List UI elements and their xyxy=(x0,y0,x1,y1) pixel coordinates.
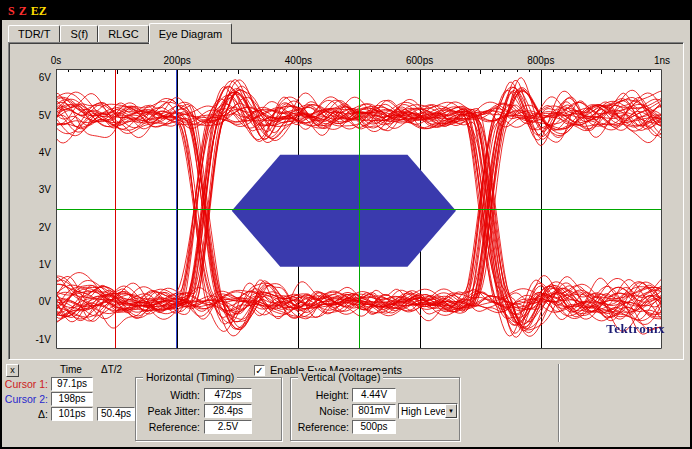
delta-half-value: 50.4ps xyxy=(97,407,135,421)
logo-z-icon: Z xyxy=(19,4,27,18)
logo-s-icon: S xyxy=(8,4,15,18)
y-axis-label: -1V xyxy=(17,334,51,345)
h-reference-label: Reference: xyxy=(138,421,200,433)
tab-s-f[interactable]: S(f) xyxy=(60,25,98,42)
y-axis-label: 6V xyxy=(17,72,51,83)
cursor1-label: Cursor 1: xyxy=(2,378,48,390)
tab-rlgc[interactable]: RLGC xyxy=(98,25,149,42)
tab-eye-diagram[interactable]: Eye Diagram xyxy=(149,23,233,44)
cursor2-time-value: 198ps xyxy=(51,392,93,406)
horizontal-timing-title: Horizontal (Timing) xyxy=(143,371,237,383)
plot-panel: 0s 200ps 400ps 600ps 800ps 1ns 6V 5V 4V … xyxy=(8,42,684,360)
dropdown-arrow-icon[interactable]: ▼ xyxy=(445,404,457,418)
tektronix-logo: Tektronix xyxy=(575,321,665,337)
close-measurement-pane-button[interactable]: x xyxy=(6,364,19,377)
h-reference-value: 2.5V xyxy=(204,420,252,434)
horizontal-timing-group: Horizontal (Timing) Width: Peak Jitter: … xyxy=(135,377,282,441)
column-header-delta-t2: ΔT/2 xyxy=(101,364,122,375)
width-value: 472ps xyxy=(204,388,252,402)
check-icon: ✓ xyxy=(255,365,263,376)
delta-time-value: 101ps xyxy=(51,407,93,421)
y-axis-label: 1V xyxy=(17,259,51,270)
cursor2-label: Cursor 2: xyxy=(2,393,48,405)
y-axis-label: 0V xyxy=(17,296,51,307)
logo-ez-icon: EZ xyxy=(31,4,47,18)
tab-bar: TDR/T S(f) RLGC Eye Diagram xyxy=(8,22,232,42)
x-axis-label: 400ps xyxy=(285,55,312,66)
cursor1-time-value: 97.1ps xyxy=(51,377,93,391)
y-axis-label: 3V xyxy=(17,184,51,195)
noise-label: Noise: xyxy=(293,405,349,417)
x-axis-label: 200ps xyxy=(164,55,191,66)
app-window: S Z EZ TDR/T S(f) RLGC Eye Diagram 0s 20… xyxy=(0,0,692,449)
vertical-voltage-group: Vertical (Voltage) Height: Noise: Refere… xyxy=(290,377,460,441)
noise-value: 801mV xyxy=(352,404,396,418)
enable-eye-measurements-checkbox[interactable]: ✓ xyxy=(254,365,265,376)
height-label: Height: xyxy=(293,389,349,401)
noise-level-dropdown[interactable]: High Level ▼ xyxy=(398,403,458,419)
width-label: Width: xyxy=(138,389,200,401)
column-header-time: Time xyxy=(60,364,82,375)
delta-label: Δ: xyxy=(2,408,48,420)
y-axis-label: 5V xyxy=(17,110,51,121)
y-axis-label: 4V xyxy=(17,147,51,158)
height-value: 4.44V xyxy=(352,388,396,402)
v-reference-value: 500ps xyxy=(352,420,396,434)
x-axis-label: 1ns xyxy=(654,55,670,66)
pane-divider xyxy=(558,364,560,442)
x-axis-label: 600ps xyxy=(406,55,433,66)
x-axis-label: 800ps xyxy=(527,55,554,66)
titlebar: S Z EZ xyxy=(2,2,690,20)
v-reference-label: Reference: xyxy=(293,421,349,433)
vertical-voltage-title: Vertical (Voltage) xyxy=(298,371,383,383)
noise-level-selected: High Level xyxy=(399,406,445,417)
tab-tdr-t[interactable]: TDR/T xyxy=(8,25,60,42)
x-axis-label: 0s xyxy=(51,55,62,66)
measurement-pane: x Time ΔT/2 Cursor 1: Cursor 2: Δ: 97.1p… xyxy=(2,360,690,447)
peak-jitter-label: Peak Jitter: xyxy=(138,405,200,417)
eye-diagram-plot[interactable] xyxy=(56,69,662,349)
y-axis-label: 2V xyxy=(17,222,51,233)
peak-jitter-value: 28.4ps xyxy=(204,404,252,418)
